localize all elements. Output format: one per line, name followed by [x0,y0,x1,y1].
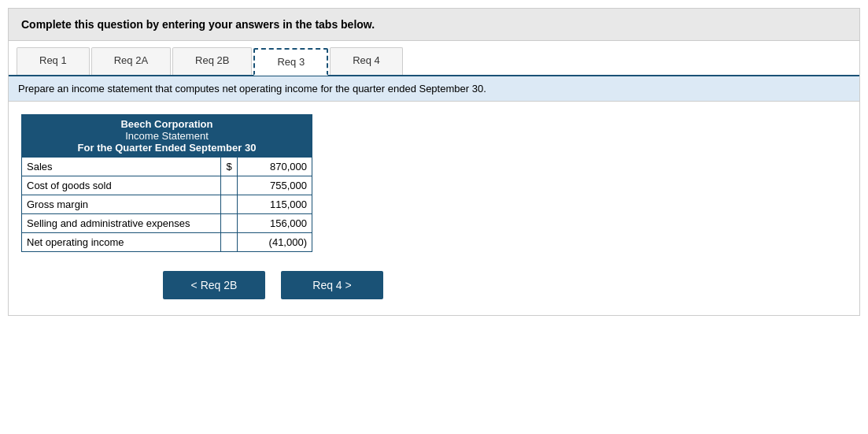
row-symbol [220,233,237,252]
tabs-row: Req 1Req 2AReq 2BReq 3Req 4 [9,41,859,76]
tab-req2a[interactable]: Req 2A [91,47,171,75]
row-label: Sales [22,158,221,176]
company-name: Beech Corporation [27,118,307,130]
row-label: Cost of goods sold [22,176,221,195]
tab-req2b[interactable]: Req 2B [172,47,252,75]
row-amount: (41,000) [238,233,312,252]
prev-button[interactable]: < Req 2B [163,271,265,299]
tab-req4[interactable]: Req 4 [330,47,403,75]
description-text: Prepare an income statement that compute… [18,83,486,95]
row-amount: 755,000 [238,176,312,195]
buttons-row: < Req 2B Req 4 > [21,271,847,299]
statement-title: Income Statement [27,130,307,142]
main-container: Complete this question by entering your … [8,8,860,316]
table-row: Net operating income(41,000) [22,233,312,252]
instruction-bar: Complete this question by entering your … [9,9,859,41]
instruction-text: Complete this question by entering your … [21,18,375,31]
row-symbol [220,176,237,195]
row-label: Net operating income [22,233,221,252]
row-symbol: $ [220,158,237,176]
table-row: Selling and administrative expenses156,0… [22,214,312,233]
row-symbol [220,214,237,233]
table-row: Cost of goods sold755,000 [22,176,312,195]
row-amount: 870,000 [238,158,312,176]
row-amount: 115,000 [238,195,312,214]
period: For the Quarter Ended September 30 [27,142,307,154]
tab-req1[interactable]: Req 1 [17,47,90,75]
row-symbol [220,195,237,214]
next-button[interactable]: Req 4 > [281,271,383,299]
description-bar: Prepare an income statement that compute… [9,76,859,102]
content-area: Beech Corporation Income Statement For t… [9,102,859,315]
table-row: Gross margin115,000 [22,195,312,214]
tab-req3[interactable]: Req 3 [253,48,328,76]
row-label: Gross margin [22,195,221,214]
row-amount: 156,000 [238,214,312,233]
income-statement-table: Beech Corporation Income Statement For t… [21,114,312,252]
table-header: Beech Corporation Income Statement For t… [22,115,312,158]
table-row: Sales$870,000 [22,158,312,176]
row-label: Selling and administrative expenses [22,214,221,233]
